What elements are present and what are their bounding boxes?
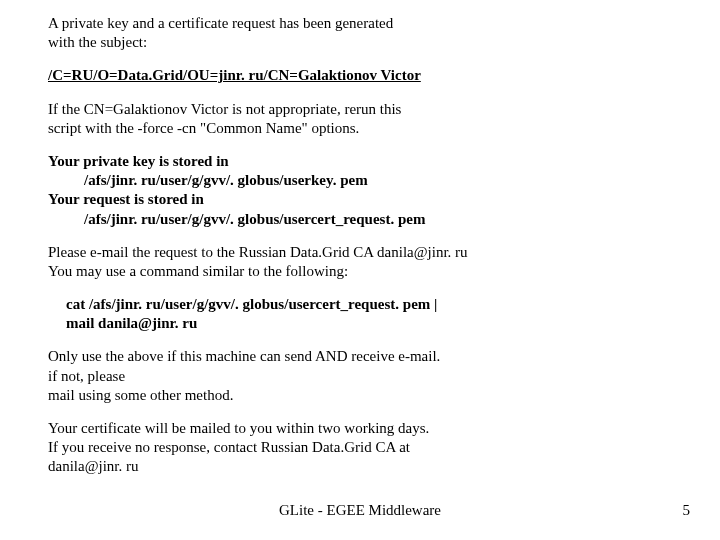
closing-line-2: If you receive no response, contact Russ… [48,439,410,455]
intro-line-1: A private key and a certificate request … [48,15,393,31]
footer: GLite - EGEE Middleware 5 [0,502,720,522]
subject-dn-line: /C=RU/O=Data.Grid/OU=jinr. ru/CN=Galakti… [48,66,680,85]
cond-line-2: if not, please [48,368,125,384]
storage-paths: Your private key is stored in /afs/jinr.… [48,152,680,229]
cn-warn-line-1: If the CN=Galaktionov Victor is not appr… [48,101,401,117]
cmd-line-2: mail danila@jinr. ru [48,314,680,333]
cn-warn-line-2: script with the -force -cn "Common Name"… [48,120,359,136]
condition-paragraph: Only use the above if this machine can s… [48,347,680,405]
request-label: Your request is stored in [48,191,204,207]
intro-line-2: with the subject: [48,34,147,50]
closing-line-1: Your certificate will be mailed to you w… [48,420,429,436]
closing-paragraph: Your certificate will be mailed to you w… [48,419,680,477]
email-line-1: Please e-mail the request to the Russian… [48,244,468,260]
email-line-2: You may use a command similar to the fol… [48,263,348,279]
document-body: A private key and a certificate request … [0,0,720,477]
closing-line-3: danila@jinr. ru [48,458,138,474]
cmd-line-1: cat /afs/jinr. ru/user/g/gvv/. globus/us… [48,295,680,314]
private-key-label: Your private key is stored in [48,153,229,169]
command-block: cat /afs/jinr. ru/user/g/gvv/. globus/us… [48,295,680,333]
cond-line-3: mail using some other method. [48,387,233,403]
private-key-path: /afs/jinr. ru/user/g/gvv/. globus/userke… [48,171,680,190]
request-path: /afs/jinr. ru/user/g/gvv/. globus/userce… [48,210,680,229]
page-number: 5 [683,502,691,519]
cond-line-1: Only use the above if this machine can s… [48,348,440,364]
email-instructions: Please e-mail the request to the Russian… [48,243,680,281]
cn-warning: If the CN=Galaktionov Victor is not appr… [48,100,680,138]
subject-dn: /C=RU/O=Data.Grid/OU=jinr. ru/CN=Galakti… [48,67,421,83]
intro-paragraph: A private key and a certificate request … [48,14,680,52]
footer-title: GLite - EGEE Middleware [279,502,441,519]
